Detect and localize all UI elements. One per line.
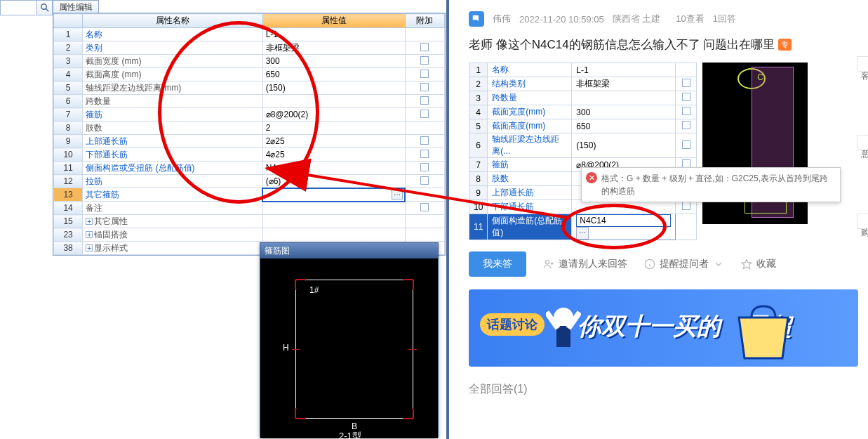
extra-checkbox-cell — [405, 122, 444, 135]
floating-side-tabs: 客 意 购 — [857, 56, 868, 233]
row-number: 3 — [469, 91, 488, 105]
favorite-action[interactable]: 收藏 — [741, 258, 776, 270]
qa-property-row: 2结构类别非框架梁 — [469, 77, 697, 91]
checkbox[interactable] — [682, 202, 690, 210]
property-name: 上部通长筋 — [488, 186, 572, 200]
checkbox[interactable] — [420, 110, 429, 118]
property-value[interactable]: L-1 — [262, 28, 405, 41]
checkbox[interactable] — [682, 140, 690, 149]
property-value[interactable] — [262, 202, 405, 215]
property-value[interactable]: 2⌀25 — [262, 135, 405, 148]
qa-pane: 伟伟 2022-11-20 10:59:05 陕西省 土建 10查看 1回答 老… — [455, 0, 868, 439]
property-row[interactable]: 3截面宽度 (mm)300 — [54, 55, 445, 68]
ellipsis-button[interactable]: ⋯ — [576, 227, 589, 240]
property-value[interactable]: 650 — [262, 68, 405, 81]
ellipsis-button[interactable]: ⋯ — [392, 190, 403, 199]
tab-property-edit[interactable]: 属性编辑 — [53, 0, 99, 13]
expand-icon[interactable]: + — [86, 244, 93, 251]
property-value[interactable]: 300 — [572, 105, 676, 119]
checkbox[interactable] — [420, 96, 429, 105]
property-row[interactable]: 10下部通长筋4⌀25 — [54, 148, 445, 162]
search-input[interactable] — [1, 1, 36, 14]
promo-banner[interactable]: 话题讨论 你双十一买的 最超 — [469, 289, 858, 367]
checkbox[interactable] — [682, 79, 690, 87]
extra-checkbox-cell — [676, 105, 697, 119]
side-tab-3[interactable]: 购 — [857, 214, 868, 229]
thumb-marker-label: C — [757, 72, 763, 82]
col-rownum — [54, 14, 83, 28]
property-value[interactable] — [572, 91, 676, 105]
property-row[interactable]: 15+其它属性 — [54, 215, 445, 228]
property-value[interactable]: 300 — [262, 55, 405, 68]
checkbox[interactable] — [420, 70, 429, 78]
property-row[interactable]: 7箍筋⌀8@200(2) — [54, 108, 445, 122]
expand-icon[interactable]: + — [86, 218, 93, 225]
property-value[interactable]: (150) — [262, 81, 405, 95]
error-icon: ✕ — [586, 172, 597, 183]
checkbox[interactable] — [420, 176, 429, 185]
property-value[interactable]: L-1 — [572, 63, 676, 77]
property-name: 截面宽度 (mm) — [83, 55, 262, 68]
avatar-icon — [469, 11, 484, 27]
remind-action[interactable]: 提醒提问者 — [644, 258, 724, 270]
property-value[interactable] — [262, 95, 405, 108]
extra-checkbox-cell — [676, 214, 697, 240]
property-row[interactable]: 9上部通长筋2⌀25 — [54, 135, 445, 148]
property-name: 箍筋 — [83, 108, 262, 122]
property-value[interactable]: 2 — [262, 122, 405, 135]
property-row[interactable]: 1名称L-1 — [54, 28, 445, 41]
property-row[interactable]: 23+锚固搭接 — [54, 228, 445, 242]
row-number: 38 — [54, 242, 83, 255]
property-row[interactable]: 5轴线距梁左边线距离(mm)(150) — [54, 81, 445, 95]
property-name: 轴线距梁左边线距离(... — [488, 133, 572, 158]
checkbox[interactable] — [420, 136, 429, 145]
property-value[interactable]: 非框架梁 — [262, 41, 405, 55]
property-value[interactable]: ⋯ — [572, 214, 676, 240]
property-value[interactable]: ⌀8@200(2) — [262, 108, 405, 122]
property-row[interactable]: 6跨数量 — [54, 95, 445, 108]
diagram-label-1: 1# — [309, 285, 319, 295]
property-value[interactable] — [262, 228, 405, 242]
property-row[interactable]: 14备注 — [54, 202, 445, 215]
checkbox[interactable] — [420, 203, 429, 211]
checkbox[interactable] — [420, 56, 429, 65]
checkbox[interactable] — [420, 43, 429, 51]
checkbox[interactable] — [682, 107, 690, 115]
property-row[interactable]: 2类别非框架梁 — [54, 41, 445, 55]
expand-icon[interactable]: + — [86, 231, 93, 238]
side-tab-2[interactable]: 意 — [857, 135, 868, 150]
property-value[interactable]: 650 — [572, 119, 676, 133]
extra-checkbox-cell — [405, 188, 444, 202]
checkbox[interactable] — [682, 121, 690, 129]
side-tab-1[interactable]: 客 — [857, 56, 868, 72]
qa-user[interactable]: 伟伟 — [493, 13, 511, 25]
promo-bag-illustration — [732, 303, 795, 360]
property-value[interactable]: 4⌀25 — [262, 148, 405, 162]
property-row[interactable]: 12拉筋(⌀6) — [54, 175, 445, 188]
property-value[interactable]: (⌀6) — [262, 175, 405, 188]
answer-button[interactable]: 我来答 — [469, 251, 526, 277]
checkbox[interactable] — [420, 83, 429, 91]
property-row[interactable]: 13其它箍筋⋯ — [54, 188, 445, 202]
invite-action[interactable]: 邀请别人来回答 — [543, 258, 627, 270]
search-icon[interactable] — [36, 1, 52, 15]
value-input[interactable] — [576, 214, 671, 227]
checkbox[interactable] — [682, 93, 690, 101]
invite-label: 邀请别人来回答 — [559, 258, 627, 270]
property-row[interactable]: 8肢数2 — [54, 122, 445, 135]
row-number: 7 — [469, 158, 488, 172]
property-value[interactable]: 非框架梁 — [572, 77, 676, 91]
property-row[interactable]: 4截面高度 (mm)650 — [54, 68, 445, 81]
extra-checkbox-cell — [405, 41, 444, 55]
property-value[interactable]: ⋯ — [262, 188, 405, 202]
property-name: 跨数量 — [83, 95, 262, 108]
property-value[interactable] — [262, 215, 405, 228]
property-row[interactable]: 11侧面构造或受扭筋 (总配筋值)N4⌀14 — [54, 162, 445, 175]
qa-property-row: 6轴线距梁左边线距离(...(150) — [469, 133, 697, 158]
row-number: 13 — [54, 188, 83, 202]
checkbox[interactable] — [420, 150, 429, 158]
checkbox[interactable] — [420, 163, 429, 171]
property-value[interactable]: N4⌀14 — [262, 162, 405, 175]
person-icon — [543, 258, 554, 270]
property-value[interactable]: (150) — [572, 133, 676, 158]
